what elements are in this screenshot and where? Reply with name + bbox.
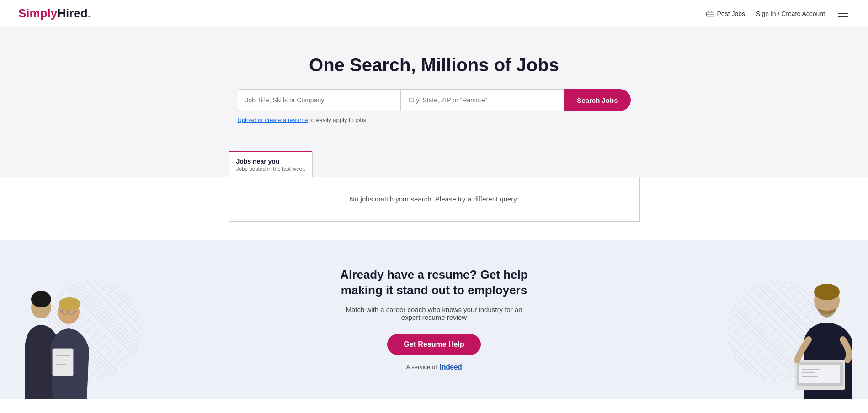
results-container: No jobs match your search. Please try a … — [229, 177, 640, 222]
resume-section-title: Already have a resume? Get help making i… — [338, 267, 530, 298]
people-left-image — [0, 275, 105, 399]
header: SimplyHired. Post Jobs Sign In / Create … — [0, 0, 868, 27]
service-prefix: A service of — [406, 364, 437, 371]
tabs-section: Jobs near you Jobs posted in the last we… — [0, 142, 868, 177]
jobs-near-you-tab[interactable]: Jobs near you Jobs posted in the last we… — [229, 151, 313, 177]
logo[interactable]: SimplyHired. — [18, 6, 91, 21]
briefcase-icon — [706, 11, 714, 17]
results-section: No jobs match your search. Please try a … — [0, 177, 868, 240]
svg-line-7 — [75, 311, 77, 312]
resume-link-suffix: to easily apply to jobs. — [308, 116, 368, 123]
svg-rect-19 — [799, 365, 840, 383]
job-search-input[interactable] — [238, 89, 401, 111]
resume-section: Already have a resume? Get help making i… — [0, 240, 868, 399]
svg-line-6 — [60, 311, 62, 312]
tab-subtitle: Jobs posted in the last week — [236, 166, 305, 172]
post-jobs-link[interactable]: Post Jobs — [706, 10, 745, 17]
location-search-input[interactable] — [400, 89, 564, 111]
sign-in-link[interactable]: Sign In / Create Account — [756, 10, 825, 17]
logo-hired: Hired — [57, 6, 87, 20]
hamburger-line-2 — [838, 13, 848, 14]
no-results-message: No jobs match your search. Please try a … — [238, 195, 630, 203]
hamburger-line-3 — [838, 16, 848, 17]
hero-section: One Search, Millions of Jobs Search Jobs… — [0, 27, 868, 142]
hamburger-line-1 — [838, 11, 848, 11]
search-bar: Search Jobs — [238, 89, 631, 111]
tabs-container: Jobs near you Jobs posted in the last we… — [229, 151, 640, 177]
post-jobs-label: Post Jobs — [717, 10, 745, 17]
svg-rect-9 — [53, 349, 73, 376]
service-attribution: A service of indeed — [338, 363, 530, 371]
search-jobs-button[interactable]: Search Jobs — [564, 89, 630, 111]
get-resume-help-button[interactable]: Get Resume Help — [387, 334, 480, 355]
header-right: Post Jobs Sign In / Create Account — [706, 9, 850, 19]
logo-dot: . — [88, 6, 91, 20]
svg-point-14 — [59, 297, 80, 310]
indeed-logo: indeed — [440, 363, 462, 371]
upload-resume-link[interactable]: Upload or create a resume — [238, 116, 308, 123]
logo-simply: Simply — [18, 6, 57, 20]
svg-point-13 — [31, 291, 51, 307]
svg-point-16 — [814, 284, 840, 300]
hamburger-menu[interactable] — [836, 9, 850, 19]
hero-title: One Search, Millions of Jobs — [309, 55, 559, 75]
people-right-image — [763, 275, 868, 399]
resume-link-text: Upload or create a resume to easily appl… — [238, 116, 368, 123]
tab-title: Jobs near you — [236, 158, 305, 165]
resume-section-subtitle: Match with a career coach who knows your… — [338, 306, 530, 321]
resume-content: Already have a resume? Get help making i… — [338, 267, 530, 371]
